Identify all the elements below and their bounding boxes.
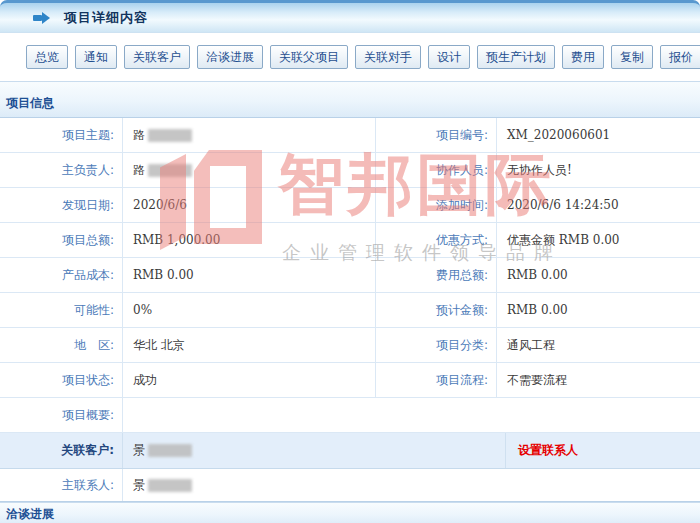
project-info-table: 项目主题: 路 项目编号: XM_2020060601 主负责人: 路 协作人员… xyxy=(0,117,700,502)
redacted-value xyxy=(148,479,192,492)
field-value: RMB 0.00 xyxy=(497,258,700,292)
field-label: 地 区: xyxy=(0,328,123,362)
field-value-text: 无协作人员! xyxy=(507,162,572,179)
arrow-right-icon xyxy=(33,12,50,24)
field-label: 可能性: xyxy=(0,293,123,327)
field-label: 项目总额: xyxy=(0,223,123,257)
toolbar-button[interactable]: 洽谈进展 xyxy=(197,45,263,69)
field-value: 优惠金额 RMB 0.00 xyxy=(497,223,700,257)
field-value: 不需要流程 xyxy=(497,363,700,397)
field-value-text: 不需要流程 xyxy=(507,372,567,389)
section-title: 洽谈进展 xyxy=(6,506,54,523)
field-value: 景 xyxy=(123,469,700,501)
toolbar-button[interactable]: 设计 xyxy=(428,45,470,69)
field-value: RMB 1,000.00 xyxy=(123,223,376,257)
field-value: 2020/6/6 xyxy=(123,188,376,222)
toolbar-button[interactable]: 关联父项目 xyxy=(270,45,348,69)
field-value: 2020/6/6 14:24:50 xyxy=(497,188,700,222)
field-value: 无协作人员! xyxy=(497,153,700,187)
toolbar-button[interactable]: 复制 xyxy=(611,45,653,69)
page-header: 项目详细内容 xyxy=(0,0,700,33)
field-label: 主负责人: xyxy=(0,153,123,187)
toolbar-button[interactable]: 总览 xyxy=(26,45,68,69)
field-label: 优惠方式: xyxy=(376,223,497,257)
field-label: 项目概要: xyxy=(0,398,123,432)
table-row: 发现日期: 2020/6/6 添加时间: 2020/6/6 14:24:50 xyxy=(0,188,700,223)
field-label: 预计金额: xyxy=(376,293,497,327)
field-value-text: RMB 0.00 xyxy=(133,268,194,282)
field-label: 发现日期: xyxy=(0,188,123,222)
table-row: 项目总额: RMB 1,000.00 优惠方式: 优惠金额 RMB 0.00 xyxy=(0,223,700,258)
field-label: 费用总额: xyxy=(376,258,497,292)
toolbar: 总览通知关联客户洽谈进展关联父项目关联对手设计预生产计划费用复制报价合同预购 xyxy=(0,33,700,81)
field-label: 项目主题: xyxy=(0,118,123,152)
field-value: 0% xyxy=(123,293,376,327)
redacted-value xyxy=(148,129,192,142)
project-detail-page: 项目详细内容 总览通知关联客户洽谈进展关联父项目关联对手设计预生产计划费用复制报… xyxy=(0,0,700,523)
field-value-text: RMB 0.00 xyxy=(507,303,568,317)
toolbar-button[interactable]: 通知 xyxy=(75,45,117,69)
table-row: 项目状态: 成功 项目流程: 不需要流程 xyxy=(0,363,700,398)
field-value-text: RMB 1,000.00 xyxy=(133,233,220,247)
field-value: 通风工程 xyxy=(497,328,700,362)
section-header-negotiation-progress: 洽谈进展 xyxy=(0,502,700,523)
field-value-text: XM_2020060601 xyxy=(507,128,610,142)
field-label: 关联客户: xyxy=(0,433,123,468)
set-contact-link[interactable]: 设置联系人 xyxy=(518,442,578,459)
field-value-text: 0% xyxy=(133,303,152,317)
field-value: 路 xyxy=(123,153,376,187)
field-label: 项目状态: xyxy=(0,363,123,397)
table-row: 可能性: 0% 预计金额: RMB 0.00 xyxy=(0,293,700,328)
toolbar-button[interactable]: 关联客户 xyxy=(124,45,190,69)
section-title: 项目信息 xyxy=(6,95,54,112)
field-value-text: 路 xyxy=(133,127,145,144)
table-row-related-customer: 关联客户: 景 设置联系人 xyxy=(0,433,700,469)
field-value: 景 xyxy=(123,433,506,468)
field-value-text: 华北 北京 xyxy=(133,337,185,354)
field-label: 产品成本: xyxy=(0,258,123,292)
customer-name: 景 xyxy=(133,442,145,459)
field-value: 成功 xyxy=(123,363,376,397)
redacted-value xyxy=(148,444,192,457)
table-row: 项目主题: 路 项目编号: XM_2020060601 xyxy=(0,118,700,153)
field-value-text: 2020/6/6 xyxy=(133,198,187,212)
field-value-text: 路 xyxy=(133,162,145,179)
field-value: RMB 0.00 xyxy=(497,293,700,327)
table-row: 主负责人: 路 协作人员: 无协作人员! xyxy=(0,153,700,188)
field-value-text: 通风工程 xyxy=(507,337,555,354)
field-label: 项目分类: xyxy=(376,328,497,362)
customer-action-cell: 设置联系人 xyxy=(506,433,700,468)
toolbar-button[interactable]: 费用 xyxy=(562,45,604,69)
field-value-text: 2020/6/6 14:24:50 xyxy=(507,198,619,212)
field-value: XM_2020060601 xyxy=(497,118,700,152)
field-value-text: 成功 xyxy=(133,372,157,389)
table-row-summary: 项目概要: xyxy=(0,398,700,433)
field-value-text: 优惠金额 RMB 0.00 xyxy=(507,232,620,249)
table-row-main-contact: 主联系人: 景 xyxy=(0,469,700,501)
section-header-project-info: 项目信息 xyxy=(0,81,700,117)
toolbar-button[interactable]: 报价 xyxy=(660,45,700,69)
field-label: 添加时间: xyxy=(376,188,497,222)
contact-name: 景 xyxy=(133,477,145,494)
field-label: 项目编号: xyxy=(376,118,497,152)
field-value xyxy=(123,398,700,432)
field-value-text: RMB 0.00 xyxy=(507,268,568,282)
redacted-value xyxy=(148,164,192,177)
toolbar-button[interactable]: 关联对手 xyxy=(355,45,421,69)
field-value: 华北 北京 xyxy=(123,328,376,362)
table-row: 地 区: 华北 北京 项目分类: 通风工程 xyxy=(0,328,700,363)
page-title: 项目详细内容 xyxy=(64,9,148,27)
field-value: RMB 0.00 xyxy=(123,258,376,292)
table-row: 产品成本: RMB 0.00 费用总额: RMB 0.00 xyxy=(0,258,700,293)
field-label: 协作人员: xyxy=(376,153,497,187)
field-value: 路 xyxy=(123,118,376,152)
field-label: 主联系人: xyxy=(0,469,123,501)
field-label: 项目流程: xyxy=(376,363,497,397)
toolbar-button[interactable]: 预生产计划 xyxy=(477,45,555,69)
